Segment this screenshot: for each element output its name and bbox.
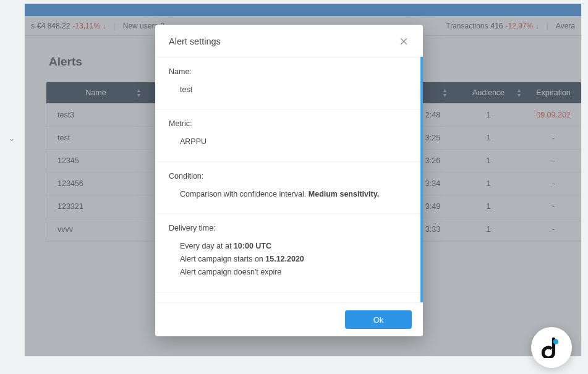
delivery-line2-text: Alert campaign starts on: [180, 255, 265, 263]
delivery-line3: Alert campaign doesn't expire: [180, 266, 407, 279]
collapse-sidebar-icon[interactable]: ⌄: [7, 134, 17, 144]
brand-logo-icon: [541, 337, 562, 358]
delivery-label: Delivery time:: [169, 224, 407, 232]
section-delivery: Delivery time: Every day at at 10:00 UTC…: [155, 213, 420, 292]
close-button[interactable]: [398, 36, 409, 47]
delivery-line1-time: 10:00 UTC: [234, 242, 271, 250]
brand-badge[interactable]: [531, 327, 572, 368]
condition-value: Comparison with confidence interval. Med…: [169, 188, 407, 201]
section-metric: Metric: ARPPU: [155, 109, 420, 161]
svg-point-0: [553, 339, 559, 344]
condition-label: Condition:: [169, 172, 407, 181]
condition-text: Comparison with confidence interval.: [180, 190, 306, 198]
condition-sensitivity: Medium sensitivity.: [309, 190, 379, 198]
delivery-line2-date: 15.12.2020: [265, 255, 304, 263]
delivery-value: Every day at at 10:00 UTC Alert campaign…: [169, 240, 407, 279]
dialog-footer: Ok: [155, 302, 423, 336]
delivery-line1-text: Every day at at: [180, 242, 234, 250]
alert-settings-dialog: Alert settings Name: test Metric: ARPPU …: [155, 25, 423, 336]
metric-label: Metric:: [169, 119, 407, 128]
dialog-title: Alert settings: [169, 36, 221, 46]
section-condition: Condition: Comparison with confidence in…: [155, 161, 420, 213]
close-icon: [400, 38, 407, 45]
section-name: Name: test: [155, 57, 420, 109]
dialog-header: Alert settings: [155, 25, 423, 57]
name-label: Name:: [169, 67, 407, 76]
ok-button[interactable]: Ok: [345, 310, 412, 329]
name-value: test: [169, 83, 407, 96]
metric-value: ARPPU: [169, 135, 407, 148]
dialog-body: Name: test Metric: ARPPU Condition: Comp…: [155, 57, 423, 302]
section-audience: Audience:: [155, 292, 420, 303]
